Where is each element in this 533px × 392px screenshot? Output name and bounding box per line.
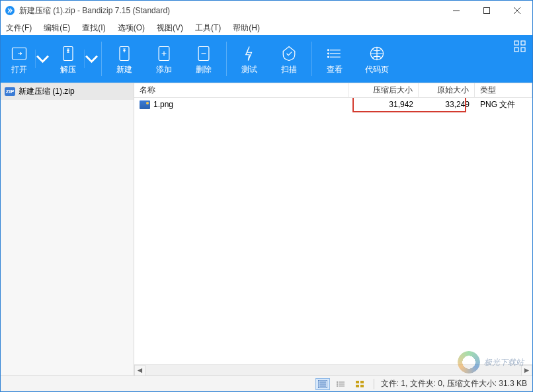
open-icon: [10, 44, 28, 63]
file-type: PNG 文件: [475, 99, 532, 110]
file-rows: 1.png 31,942 33,249 PNG 文件: [134, 98, 532, 364]
toolbar: 打开 解压 新建 添加 删除 测试 扫描 查看 代码页: [1, 35, 532, 83]
test-button[interactable]: 测试: [229, 35, 269, 83]
app-icon: [5, 5, 15, 16]
tree-root-label: 新建压缩 (1).zip: [19, 86, 75, 97]
zip-icon: ZIP: [5, 87, 15, 96]
view-details-button[interactable]: [315, 378, 330, 390]
scroll-left-icon[interactable]: ◄: [134, 365, 145, 376]
view-icons-button[interactable]: [352, 378, 367, 390]
svg-rect-33: [356, 385, 359, 387]
image-file-icon: [140, 100, 150, 109]
svg-point-15: [328, 56, 329, 58]
svg-rect-31: [356, 381, 359, 383]
window-title: 新建压缩 (1).zip - Bandizip 7.15 (Standard): [19, 5, 170, 17]
svg-rect-19: [514, 48, 518, 52]
svg-point-30: [337, 385, 338, 387]
menu-view[interactable]: 视图(V): [155, 21, 184, 35]
titlebar: 新建压缩 (1).zip - Bandizip 7.15 (Standard): [1, 1, 532, 20]
tree-root-node[interactable]: ZIP 新建压缩 (1).zip: [1, 83, 134, 100]
column-type[interactable]: 类型: [475, 83, 532, 97]
open-dropdown-icon[interactable]: [35, 50, 50, 68]
new-button[interactable]: 新建: [104, 35, 144, 83]
svg-rect-20: [521, 48, 525, 52]
svg-rect-18: [521, 41, 525, 45]
svg-point-13: [328, 49, 329, 50]
menu-edit[interactable]: 编辑(E): [42, 21, 71, 35]
table-row[interactable]: 1.png 31,942 33,249 PNG 文件: [134, 98, 532, 111]
status-bar: 文件: 1, 文件夹: 0, 压缩文件大小: 31.3 KB: [1, 375, 532, 391]
new-icon: [115, 44, 134, 63]
menu-options[interactable]: 选项(O): [116, 21, 146, 35]
codepage-button[interactable]: 代码页: [354, 35, 399, 83]
test-icon: [240, 44, 259, 63]
extract-dropdown-icon[interactable]: [84, 50, 99, 68]
file-original-size: 33,249: [419, 100, 475, 109]
view-button[interactable]: 查看: [315, 35, 354, 83]
svg-rect-32: [360, 381, 364, 383]
open-button[interactable]: 打开: [1, 35, 50, 83]
close-button[interactable]: [502, 1, 532, 20]
menubar: 文件(F) 编辑(E) 查找(I) 选项(O) 视图(V) 工具(T) 帮助(H…: [1, 20, 532, 35]
svg-point-14: [328, 53, 329, 54]
svg-rect-2: [484, 8, 490, 14]
minimize-button[interactable]: [441, 1, 472, 20]
scan-button[interactable]: 扫描: [269, 35, 309, 83]
view-icon: [325, 44, 344, 63]
file-name: 1.png: [153, 100, 173, 109]
main-pane: ZIP 新建压缩 (1).zip 名称 压缩后大小 原始大小 类型 1.png …: [1, 83, 532, 375]
add-icon: [155, 44, 173, 63]
file-list: 名称 压缩后大小 原始大小 类型 1.png 31,942 33,249 PNG…: [134, 83, 532, 375]
column-name[interactable]: 名称: [134, 83, 349, 97]
column-original[interactable]: 原始大小: [419, 83, 475, 97]
horizontal-scrollbar[interactable]: ◄ ►: [134, 364, 532, 375]
svg-rect-34: [360, 385, 364, 387]
view-list-button[interactable]: [334, 378, 348, 390]
file-compressed-size: 31,942: [349, 100, 419, 109]
svg-point-28: [337, 381, 338, 383]
menu-help[interactable]: 帮助(H): [231, 21, 261, 35]
delete-button[interactable]: 删除: [184, 35, 224, 83]
maximize-button[interactable]: [472, 1, 502, 20]
menu-file[interactable]: 文件(F): [5, 21, 33, 35]
add-button[interactable]: 添加: [144, 35, 184, 83]
tree-panel: ZIP 新建压缩 (1).zip: [1, 83, 134, 375]
column-compressed[interactable]: 压缩后大小: [349, 83, 419, 97]
codepage-icon: [368, 44, 386, 63]
scan-icon: [280, 44, 298, 63]
menu-find[interactable]: 查找(I): [81, 21, 106, 35]
svg-rect-17: [514, 41, 518, 45]
extract-button[interactable]: 解压: [50, 35, 99, 83]
status-text: 文件: 1, 文件夹: 0, 压缩文件大小: 31.3 KB: [381, 378, 527, 389]
extract-icon: [59, 44, 77, 63]
delete-icon: [194, 44, 213, 63]
svg-point-29: [337, 383, 338, 385]
apps-icon[interactable]: [514, 40, 526, 54]
scroll-right-icon[interactable]: ►: [521, 365, 532, 376]
menu-tools[interactable]: 工具(T): [194, 21, 222, 35]
column-headers: 名称 压缩后大小 原始大小 类型: [134, 83, 532, 98]
